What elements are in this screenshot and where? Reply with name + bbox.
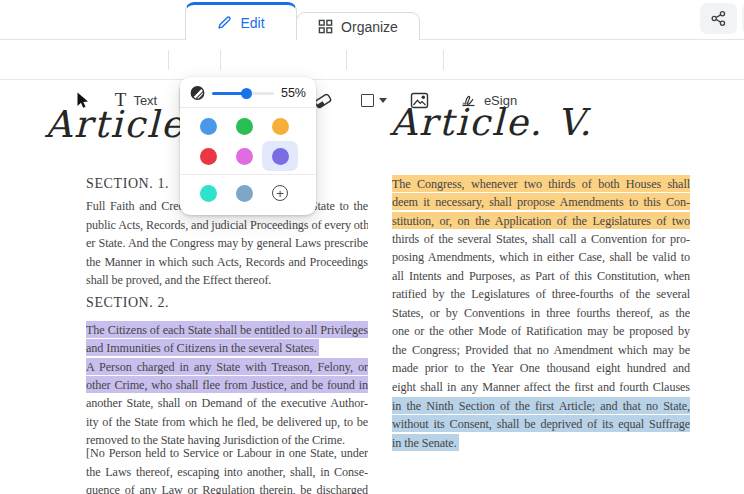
text-line: the Laws thereof, escaping into another,…: [86, 463, 368, 482]
text-line: States, or by Conventions in three fourt…: [392, 304, 690, 323]
cursor-arrow-icon: [73, 91, 90, 110]
article-v-body: The Congress, whenever two thirds of bot…: [392, 174, 690, 452]
text-line: public Acts, Records, and judicial Proce…: [86, 216, 368, 235]
swatch-dot: [272, 148, 289, 165]
text-span: posing Amendments, which in either Case,…: [392, 250, 690, 264]
toolbar: T Text abc: [0, 40, 744, 80]
text-line: and Immunities of Citizens in the severa…: [86, 339, 368, 358]
header-bar: Edit Organize: [0, 0, 744, 40]
highlighted-text: stitution, or, on the Application of the…: [392, 212, 690, 229]
pdf-editor-app: Article. IV. SECTION. 1. Full Faith and …: [0, 0, 744, 494]
swatch-dot: [236, 118, 253, 135]
swatch-dot: [200, 118, 217, 135]
highlighted-text: in the Senate.: [392, 434, 459, 451]
section-1-heading: SECTION. 1.: [86, 176, 169, 192]
esign-label: eSign: [484, 93, 517, 108]
toolbar-separator: [443, 50, 444, 70]
swatch-orange[interactable]: [262, 111, 298, 141]
add-color-button[interactable]: +: [262, 178, 298, 208]
plus-icon: +: [272, 185, 288, 201]
text-span: one or the other Mode of Ratification ma…: [392, 324, 690, 338]
opacity-row: 55%: [180, 77, 316, 107]
text-line: another State, shall on Demand of the ex…: [86, 394, 368, 413]
swatch-dot: [236, 185, 253, 202]
text-line: A Person charged in any State with Treas…: [86, 357, 368, 376]
text-span: made prior to the Year One thousand eigh…: [392, 361, 690, 375]
highlighted-text: in the Ninth Section of the first Articl…: [392, 397, 690, 414]
text-line: deem it necessary, shall propose Amendme…: [392, 193, 690, 212]
swatch-purple[interactable]: [262, 141, 298, 171]
text-line: The Citizens of each State shall be enti…: [86, 320, 368, 339]
swatch-green[interactable]: [226, 111, 262, 141]
text-span: [No Person held to Service or Labour in …: [86, 446, 368, 460]
swatch-teal[interactable]: [190, 178, 226, 208]
highlighted-text: The Congress, whenever two thirds of bot…: [392, 175, 690, 192]
swatch-dot: [272, 118, 289, 135]
tab-edit[interactable]: Edit: [185, 2, 297, 40]
esign-signature-icon: [461, 92, 478, 108]
text-line: without its Consent, shall be deprived o…: [392, 415, 690, 434]
text-span: the Congress; Provided that no Amendment…: [392, 343, 690, 357]
image-tool-button[interactable]: [408, 90, 430, 110]
opacity-value: 55%: [281, 86, 306, 100]
text-line: other Crime, who shall flee from Justice…: [86, 376, 368, 395]
shape-tool-button[interactable]: [358, 90, 390, 110]
text-line: all Intents and Purposes, as Part of thi…: [392, 267, 690, 286]
text-line: one or the other Mode of Ratification ma…: [392, 322, 690, 341]
document-page: Article. IV. SECTION. 1. Full Faith and …: [0, 80, 744, 494]
opacity-icon: [190, 85, 205, 101]
highlighted-text: The Citizens of each State shall be enti…: [86, 321, 368, 338]
text-line: shall be proved, and the Effect thereof.: [86, 271, 368, 290]
text-line: in the Senate.: [392, 433, 690, 452]
eraser-icon: [313, 91, 333, 110]
share-button[interactable]: [700, 3, 737, 34]
text-span: the Manner in which such Acts, Records a…: [86, 255, 368, 269]
text-span: shall be proved, and the Effect thereof.: [86, 273, 271, 287]
text-line: stitution, or, on the Application of the…: [392, 211, 690, 230]
text-span: thirds of the several States, shall call…: [392, 232, 690, 246]
highlighted-text: without its Consent, shall be deprived o…: [392, 415, 690, 432]
swatch-dot: [200, 185, 217, 202]
text-line: in the Ninth Section of the first Articl…: [392, 396, 690, 415]
swatch-grid-main: [180, 108, 316, 174]
text-line: The Congress, whenever two thirds of bot…: [392, 174, 690, 193]
slider-knob[interactable]: [241, 88, 252, 99]
text-line: the Congress; Provided that no Amendment…: [392, 341, 690, 360]
toolbar-separator: [220, 50, 221, 70]
text-tool-label: Text: [133, 93, 157, 108]
text-span: another State, shall on Demand of the ex…: [86, 396, 368, 410]
share-icon: [710, 10, 727, 27]
swatch-magenta[interactable]: [226, 141, 262, 171]
swatch-dot: [236, 148, 253, 165]
text-span: public Acts, Records, and judicial Proce…: [86, 218, 368, 232]
toolbar-separator: [346, 50, 347, 70]
swatch-red[interactable]: [190, 141, 226, 171]
text-span: ratified by the Legislatures of three-fo…: [392, 287, 690, 301]
text-line: the Manner in which such Acts, Records a…: [86, 253, 368, 272]
highlighted-text: other Crime, who shall flee from Justice…: [86, 376, 368, 393]
esign-tool-button[interactable]: eSign: [458, 88, 520, 112]
highlighted-text: and Immunities of Citizens in the severa…: [86, 339, 319, 356]
swatch-dot: [200, 148, 217, 165]
opacity-slider[interactable]: [212, 87, 274, 99]
text-line: posing Amendments, which in either Case,…: [392, 248, 690, 267]
square-shape-icon: [361, 94, 374, 107]
text-span: all Intents and Purposes, as Part of thi…: [392, 269, 690, 283]
highlighted-text: deem it necessary, shall propose Amendme…: [392, 193, 690, 210]
text-line: eight shall in any Manner affect the fir…: [392, 378, 690, 397]
swatch-blue[interactable]: [190, 111, 226, 141]
swatch-steel-blue[interactable]: [226, 178, 262, 208]
text-tool-button[interactable]: T Text: [110, 88, 162, 112]
tab-edit-label: Edit: [240, 15, 264, 31]
tab-organize[interactable]: Organize: [296, 12, 420, 40]
section-2-body: The Citizens of each State shall be enti…: [86, 320, 368, 450]
text-span: the Laws thereof, escaping into another,…: [86, 465, 368, 479]
text-span: States, or by Conventions in three fourt…: [392, 306, 690, 320]
text-line: ratified by the Legislatures of three-fo…: [392, 285, 690, 304]
select-tool-button[interactable]: [70, 90, 92, 110]
text-tool-icon: T: [115, 89, 127, 111]
toolbar-separator: [168, 50, 169, 70]
text-span: ity of the State from which he fled, be …: [86, 415, 368, 429]
image-icon: [410, 92, 429, 109]
text-span: quence of any Law or Regulation therein,…: [86, 483, 368, 494]
